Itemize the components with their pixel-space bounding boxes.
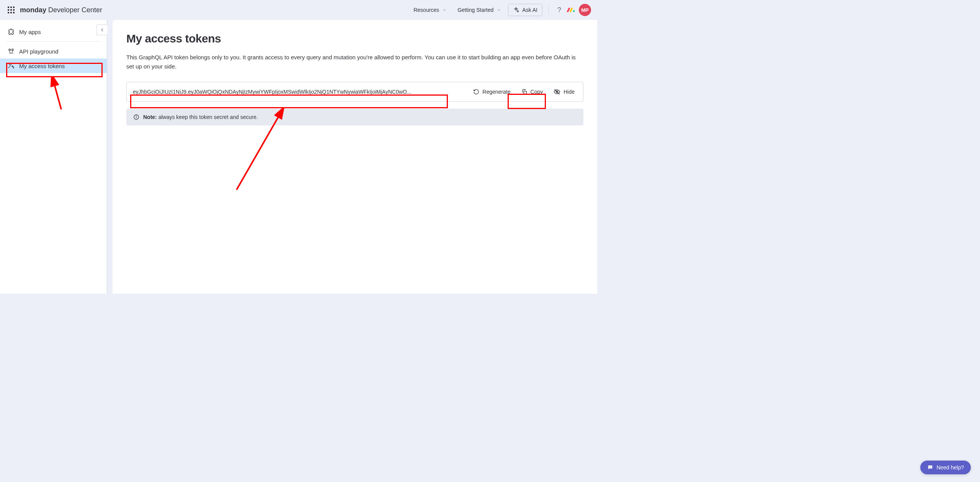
- note-prefix: Note:: [143, 114, 157, 120]
- token-row: eyJhbGciOiJIUzI1NiJ9.eyJ0aWQiOjQxNDAyNjI…: [126, 82, 583, 102]
- ask-ai-button[interactable]: Ask AI: [508, 4, 542, 16]
- sidebar-item-label: My apps: [19, 29, 41, 35]
- svg-point-2: [12, 49, 14, 51]
- topbar: monday Developer Center Resources Gettin…: [0, 0, 597, 20]
- copy-button[interactable]: Copy: [519, 87, 546, 96]
- page-description: This GraphQL API token belongs only to y…: [126, 53, 583, 71]
- regenerate-label: Regenerate: [482, 89, 510, 95]
- page-title: My access tokens: [126, 32, 583, 45]
- brand-rest: Developer Center: [46, 6, 102, 14]
- person-key-icon: [8, 62, 15, 69]
- svg-point-3: [10, 64, 11, 65]
- hide-label: Hide: [564, 89, 575, 95]
- note-body: always keep this token secret and secure…: [157, 114, 258, 120]
- copy-label: Copy: [531, 89, 543, 95]
- sparkle-icon: [513, 7, 519, 13]
- topbar-left: monday Developer Center: [8, 6, 102, 14]
- note-bar: Note: always keep this token secret and …: [126, 109, 583, 125]
- chevron-down-icon: [497, 8, 501, 12]
- token-value[interactable]: eyJhbGciOiJIUzI1NiJ9.eyJ0aWQiOjQxNDAyNjI…: [133, 89, 465, 95]
- resources-label: Resources: [413, 7, 439, 13]
- sidebar-item-my-apps[interactable]: My apps: [0, 24, 107, 39]
- hide-button[interactable]: Hide: [551, 87, 577, 97]
- apps-switcher-icon[interactable]: [8, 7, 15, 13]
- playground-icon: [8, 48, 15, 55]
- copy-icon: [521, 89, 528, 95]
- sidebar-item-access-tokens[interactable]: My access tokens: [0, 59, 107, 73]
- getting-started-label: Getting Started: [457, 7, 493, 13]
- info-icon: [133, 114, 139, 120]
- ask-ai-label: Ask AI: [522, 7, 537, 13]
- getting-started-menu[interactable]: Getting Started: [454, 5, 505, 15]
- sidebar-item-label: API playground: [19, 48, 59, 55]
- svg-point-0: [573, 10, 575, 12]
- product-title: monday Developer Center: [20, 6, 102, 14]
- chevron-down-icon: [442, 8, 447, 12]
- svg-point-1: [9, 49, 11, 51]
- main-panel: My access tokens This GraphQL API token …: [113, 20, 597, 294]
- regenerate-button[interactable]: Regenerate: [471, 87, 513, 96]
- puzzle-icon: [8, 28, 15, 35]
- monday-logo-icon[interactable]: [567, 5, 576, 15]
- note-text: Note: always keep this token secret and …: [143, 114, 258, 120]
- refresh-icon: [473, 89, 479, 95]
- brand-bold: monday: [20, 6, 46, 14]
- layout: My apps API playground My access: [0, 20, 597, 294]
- separator: [549, 5, 549, 15]
- svg-point-10: [136, 116, 137, 116]
- collapse-sidebar-button[interactable]: [96, 24, 107, 35]
- resources-menu[interactable]: Resources: [410, 5, 451, 15]
- sidebar-item-label: My access tokens: [19, 63, 65, 69]
- topbar-right: Resources Getting Started Ask AI ? MP: [410, 4, 591, 16]
- eye-off-icon: [554, 88, 560, 95]
- svg-rect-5: [524, 91, 526, 94]
- sidebar-item-api-playground[interactable]: API playground: [0, 44, 107, 59]
- chevron-left-icon: [100, 27, 105, 33]
- svg-point-4: [12, 66, 13, 67]
- sidebar: My apps API playground My access: [0, 20, 107, 294]
- sidebar-divider: [6, 41, 101, 42]
- help-button[interactable]: ?: [555, 6, 564, 14]
- avatar[interactable]: MP: [579, 4, 591, 16]
